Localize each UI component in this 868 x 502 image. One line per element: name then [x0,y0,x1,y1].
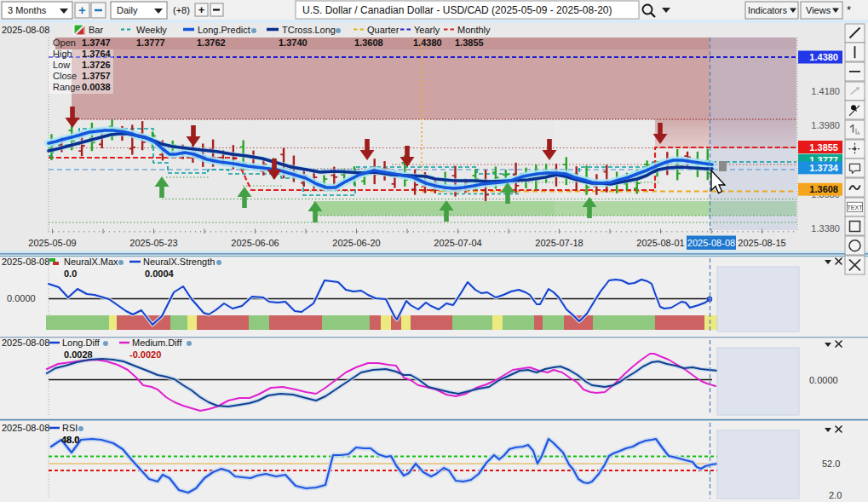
svg-text:1.3762: 1.3762 [197,38,226,48]
svg-text:2025-08-08: 2025-08-08 [2,257,49,267]
svg-text:(+8): (+8) [173,5,190,15]
svg-text:TCross.Long: TCross.Long [282,25,336,35]
svg-text:1.3855: 1.3855 [455,38,484,48]
svg-text:1.3726: 1.3726 [82,60,111,70]
svg-text:2.0: 2.0 [829,490,842,500]
svg-text:RSI: RSI [62,423,78,433]
svg-text:Monthly: Monthly [457,25,491,35]
svg-text:3 Months: 3 Months [8,5,47,15]
svg-text:52.0: 52.0 [822,459,840,469]
svg-text:1.3734: 1.3734 [809,163,839,173]
svg-text:0.0000: 0.0000 [809,375,838,385]
svg-text:2025-06-06: 2025-06-06 [231,238,279,248]
svg-text:1.3608: 1.3608 [354,38,383,48]
svg-text:TEXT: TEXT [848,205,864,211]
svg-text:Range: Range [53,82,80,92]
svg-text:0.0004: 0.0004 [145,268,175,279]
svg-text:0.0000: 0.0000 [7,293,36,303]
svg-text:1.3764: 1.3764 [82,49,112,59]
svg-text:1.3777: 1.3777 [136,38,165,48]
svg-text:Yearly: Yearly [414,25,440,35]
svg-text:U.S. Dollar / Canadian Dollar: U.S. Dollar / Canadian Dollar - USD/CAD … [302,4,612,16]
svg-text:-0.0020: -0.0020 [129,349,161,360]
svg-text:High: High [53,49,72,59]
svg-text:2025-08-08: 2025-08-08 [2,338,49,348]
svg-text:2025-08-08: 2025-08-08 [2,25,49,35]
svg-text:1.3747: 1.3747 [82,38,111,48]
svg-text:1.3608: 1.3608 [809,184,838,194]
svg-text:Quarter: Quarter [367,25,400,35]
svg-text:Weekly: Weekly [136,25,167,35]
svg-text:2025-05-23: 2025-05-23 [129,238,177,248]
svg-text:Long.Predict: Long.Predict [198,25,250,35]
svg-text:2025-05-09: 2025-05-09 [28,238,76,248]
svg-text:2025-07-04: 2025-07-04 [434,238,481,248]
svg-text:1.3757: 1.3757 [82,71,111,81]
svg-text:2025-08-01: 2025-08-01 [636,238,684,248]
svg-text:1.4380: 1.4380 [413,38,442,48]
svg-text:0.0: 0.0 [64,268,77,279]
svg-text:Medium.Diff: Medium.Diff [132,338,182,348]
svg-text:1.4380: 1.4380 [809,52,838,62]
svg-text:1.3855: 1.3855 [809,142,838,153]
svg-text:*: * [847,3,851,16]
svg-text:48.0: 48.0 [61,435,79,445]
svg-text:1.3740: 1.3740 [279,38,308,48]
svg-text:1.3980: 1.3980 [811,120,840,130]
svg-text:Long.Diff: Long.Diff [62,338,101,348]
svg-text:Daily: Daily [117,5,138,15]
svg-text:1.3380: 1.3380 [811,223,840,234]
svg-text:Open: Open [53,38,76,48]
svg-text:Bar: Bar [89,25,103,35]
svg-text:2025-06-20: 2025-06-20 [332,238,380,248]
svg-text:2025-08-08: 2025-08-08 [2,423,49,433]
svg-text:0.0038: 0.0038 [82,82,111,92]
svg-text:2025-07-18: 2025-07-18 [535,238,583,248]
svg-text:1.4180: 1.4180 [811,86,840,96]
svg-text:+: + [198,3,205,16]
svg-text:Views: Views [806,5,831,15]
svg-text:NeuralX.Max: NeuralX.Max [64,257,118,267]
svg-text:Close: Close [53,71,77,81]
svg-text:Indicators: Indicators [748,5,787,15]
svg-text:2025-08-08: 2025-08-08 [687,238,735,248]
svg-text:Low: Low [53,60,70,70]
svg-text:2025-08-15: 2025-08-15 [738,238,785,248]
svg-text:NeuralX.Strength: NeuralX.Strength [143,257,215,267]
svg-text:+: + [78,3,86,17]
